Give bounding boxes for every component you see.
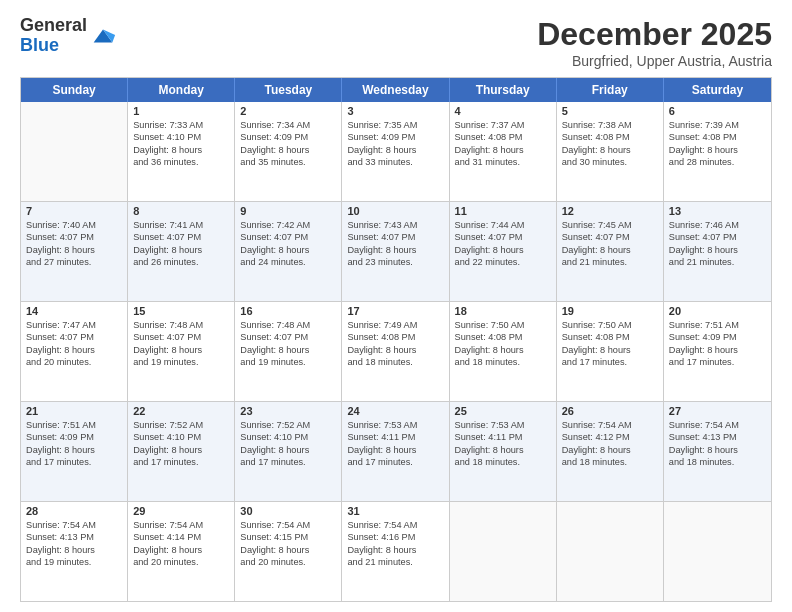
day-number: 2 — [240, 105, 336, 117]
cal-cell-3-6: 27Sunrise: 7:54 AMSunset: 4:13 PMDayligh… — [664, 402, 771, 501]
cell-line: Sunrise: 7:34 AM — [240, 119, 336, 131]
cell-line: Sunset: 4:07 PM — [133, 231, 229, 243]
day-number: 21 — [26, 405, 122, 417]
cell-line: and 18 minutes. — [455, 356, 551, 368]
cell-line: Sunset: 4:10 PM — [240, 431, 336, 443]
cell-line: Sunset: 4:07 PM — [240, 331, 336, 343]
cell-line: and 19 minutes. — [26, 556, 122, 568]
cell-line: Sunrise: 7:52 AM — [240, 419, 336, 431]
cell-line: Sunrise: 7:38 AM — [562, 119, 658, 131]
day-number: 6 — [669, 105, 766, 117]
cell-line: Daylight: 8 hours — [26, 244, 122, 256]
cal-cell-3-5: 26Sunrise: 7:54 AMSunset: 4:12 PMDayligh… — [557, 402, 664, 501]
cell-line: Sunrise: 7:35 AM — [347, 119, 443, 131]
cell-line: Daylight: 8 hours — [26, 344, 122, 356]
cell-line: and 22 minutes. — [455, 256, 551, 268]
header-day-thursday: Thursday — [450, 78, 557, 102]
cell-line: Daylight: 8 hours — [133, 544, 229, 556]
cal-cell-1-1: 8Sunrise: 7:41 AMSunset: 4:07 PMDaylight… — [128, 202, 235, 301]
day-number: 20 — [669, 305, 766, 317]
day-number: 22 — [133, 405, 229, 417]
cell-line: Daylight: 8 hours — [562, 444, 658, 456]
cell-line: Daylight: 8 hours — [347, 144, 443, 156]
cell-line: Sunrise: 7:54 AM — [347, 519, 443, 531]
cell-line: and 17 minutes. — [669, 356, 766, 368]
cell-line: and 18 minutes. — [669, 456, 766, 468]
cell-line: Sunrise: 7:51 AM — [26, 419, 122, 431]
cell-line: Daylight: 8 hours — [133, 144, 229, 156]
day-number: 26 — [562, 405, 658, 417]
cal-cell-2-4: 18Sunrise: 7:50 AMSunset: 4:08 PMDayligh… — [450, 302, 557, 401]
day-number: 5 — [562, 105, 658, 117]
cal-cell-4-3: 31Sunrise: 7:54 AMSunset: 4:16 PMDayligh… — [342, 502, 449, 601]
cell-line: Sunrise: 7:51 AM — [669, 319, 766, 331]
cell-line: Sunset: 4:10 PM — [133, 131, 229, 143]
cell-line: and 20 minutes. — [133, 556, 229, 568]
cell-line: Sunset: 4:11 PM — [455, 431, 551, 443]
cell-line: and 20 minutes. — [240, 556, 336, 568]
cell-line: Sunrise: 7:43 AM — [347, 219, 443, 231]
day-number: 10 — [347, 205, 443, 217]
cal-cell-1-6: 13Sunrise: 7:46 AMSunset: 4:07 PMDayligh… — [664, 202, 771, 301]
calendar-row-1: 7Sunrise: 7:40 AMSunset: 4:07 PMDaylight… — [21, 202, 771, 302]
cell-line: Sunset: 4:08 PM — [347, 331, 443, 343]
logo-blue: Blue — [20, 35, 59, 55]
cal-cell-1-3: 10Sunrise: 7:43 AMSunset: 4:07 PMDayligh… — [342, 202, 449, 301]
cell-line: Sunrise: 7:39 AM — [669, 119, 766, 131]
cell-line: Daylight: 8 hours — [562, 244, 658, 256]
cell-line: Daylight: 8 hours — [562, 144, 658, 156]
calendar-row-4: 28Sunrise: 7:54 AMSunset: 4:13 PMDayligh… — [21, 502, 771, 601]
cell-line: Daylight: 8 hours — [133, 244, 229, 256]
cell-line: and 18 minutes. — [455, 456, 551, 468]
cell-line: Sunrise: 7:54 AM — [240, 519, 336, 531]
cell-line: Sunrise: 7:42 AM — [240, 219, 336, 231]
cal-cell-3-2: 23Sunrise: 7:52 AMSunset: 4:10 PMDayligh… — [235, 402, 342, 501]
day-number: 17 — [347, 305, 443, 317]
day-number: 19 — [562, 305, 658, 317]
cal-cell-2-3: 17Sunrise: 7:49 AMSunset: 4:08 PMDayligh… — [342, 302, 449, 401]
day-number: 1 — [133, 105, 229, 117]
cell-line: Sunset: 4:08 PM — [455, 131, 551, 143]
cal-cell-4-1: 29Sunrise: 7:54 AMSunset: 4:14 PMDayligh… — [128, 502, 235, 601]
cal-cell-0-0 — [21, 102, 128, 201]
cell-line: Sunset: 4:13 PM — [26, 531, 122, 543]
cell-line: Sunrise: 7:44 AM — [455, 219, 551, 231]
cell-line: and 21 minutes. — [562, 256, 658, 268]
cell-line: Sunset: 4:09 PM — [26, 431, 122, 443]
logo-general: General — [20, 15, 87, 35]
cell-line: Sunset: 4:07 PM — [669, 231, 766, 243]
cell-line: Daylight: 8 hours — [133, 444, 229, 456]
cal-cell-1-4: 11Sunrise: 7:44 AMSunset: 4:07 PMDayligh… — [450, 202, 557, 301]
cell-line: Sunrise: 7:37 AM — [455, 119, 551, 131]
day-number: 14 — [26, 305, 122, 317]
cell-line: Daylight: 8 hours — [26, 444, 122, 456]
cell-line: Sunset: 4:07 PM — [133, 331, 229, 343]
cell-line: Daylight: 8 hours — [240, 144, 336, 156]
cell-line: Sunrise: 7:52 AM — [133, 419, 229, 431]
cell-line: and 18 minutes. — [347, 356, 443, 368]
day-number: 30 — [240, 505, 336, 517]
cell-line: Daylight: 8 hours — [240, 344, 336, 356]
day-number: 3 — [347, 105, 443, 117]
cell-line: Daylight: 8 hours — [669, 444, 766, 456]
cal-cell-0-1: 1Sunrise: 7:33 AMSunset: 4:10 PMDaylight… — [128, 102, 235, 201]
logo: General Blue — [20, 16, 117, 56]
cell-line: Daylight: 8 hours — [347, 544, 443, 556]
cell-line: Sunset: 4:08 PM — [669, 131, 766, 143]
day-number: 8 — [133, 205, 229, 217]
cell-line: Daylight: 8 hours — [347, 344, 443, 356]
cal-cell-0-4: 4Sunrise: 7:37 AMSunset: 4:08 PMDaylight… — [450, 102, 557, 201]
day-number: 16 — [240, 305, 336, 317]
cell-line: Sunset: 4:11 PM — [347, 431, 443, 443]
calendar-header: SundayMondayTuesdayWednesdayThursdayFrid… — [21, 78, 771, 102]
cell-line: Sunrise: 7:54 AM — [133, 519, 229, 531]
cal-cell-0-5: 5Sunrise: 7:38 AMSunset: 4:08 PMDaylight… — [557, 102, 664, 201]
cell-line: Sunset: 4:08 PM — [455, 331, 551, 343]
header-day-saturday: Saturday — [664, 78, 771, 102]
cell-line: Sunrise: 7:50 AM — [455, 319, 551, 331]
cell-line: Daylight: 8 hours — [669, 244, 766, 256]
cal-cell-4-2: 30Sunrise: 7:54 AMSunset: 4:15 PMDayligh… — [235, 502, 342, 601]
cal-cell-4-4 — [450, 502, 557, 601]
cell-line: Daylight: 8 hours — [669, 344, 766, 356]
cal-cell-4-5 — [557, 502, 664, 601]
